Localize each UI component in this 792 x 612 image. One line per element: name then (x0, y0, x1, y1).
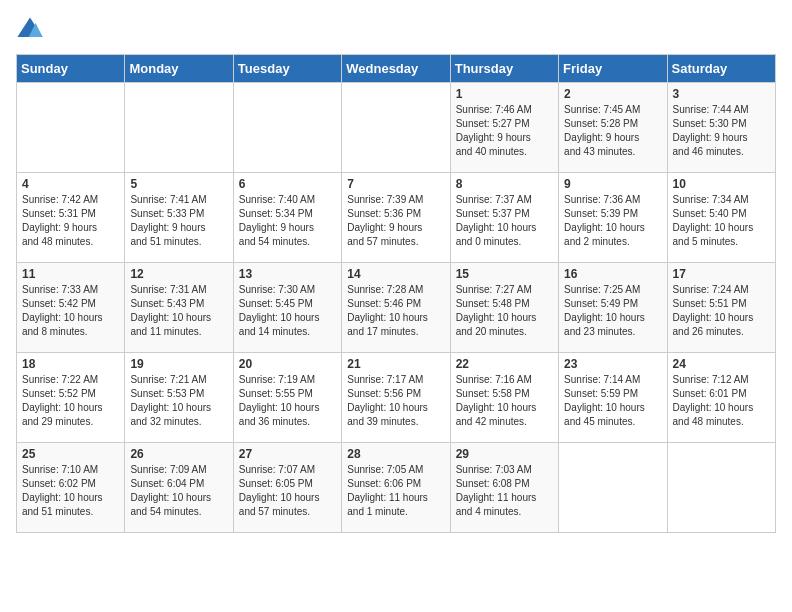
calendar-cell: 25Sunrise: 7:10 AM Sunset: 6:02 PM Dayli… (17, 443, 125, 533)
day-number: 29 (456, 447, 553, 461)
week-row-2: 4Sunrise: 7:42 AM Sunset: 5:31 PM Daylig… (17, 173, 776, 263)
calendar-cell: 17Sunrise: 7:24 AM Sunset: 5:51 PM Dayli… (667, 263, 775, 353)
calendar-cell: 4Sunrise: 7:42 AM Sunset: 5:31 PM Daylig… (17, 173, 125, 263)
column-header-saturday: Saturday (667, 55, 775, 83)
day-number: 10 (673, 177, 770, 191)
week-row-4: 18Sunrise: 7:22 AM Sunset: 5:52 PM Dayli… (17, 353, 776, 443)
day-number: 6 (239, 177, 336, 191)
day-number: 25 (22, 447, 119, 461)
calendar-cell: 10Sunrise: 7:34 AM Sunset: 5:40 PM Dayli… (667, 173, 775, 263)
calendar-cell: 21Sunrise: 7:17 AM Sunset: 5:56 PM Dayli… (342, 353, 450, 443)
day-info: Sunrise: 7:39 AM Sunset: 5:36 PM Dayligh… (347, 193, 444, 249)
week-row-1: 1Sunrise: 7:46 AM Sunset: 5:27 PM Daylig… (17, 83, 776, 173)
calendar-table: SundayMondayTuesdayWednesdayThursdayFrid… (16, 54, 776, 533)
calendar-cell: 13Sunrise: 7:30 AM Sunset: 5:45 PM Dayli… (233, 263, 341, 353)
day-info: Sunrise: 7:41 AM Sunset: 5:33 PM Dayligh… (130, 193, 227, 249)
calendar-cell: 3Sunrise: 7:44 AM Sunset: 5:30 PM Daylig… (667, 83, 775, 173)
day-number: 12 (130, 267, 227, 281)
day-info: Sunrise: 7:45 AM Sunset: 5:28 PM Dayligh… (564, 103, 661, 159)
day-number: 7 (347, 177, 444, 191)
day-info: Sunrise: 7:03 AM Sunset: 6:08 PM Dayligh… (456, 463, 553, 519)
day-number: 28 (347, 447, 444, 461)
day-info: Sunrise: 7:37 AM Sunset: 5:37 PM Dayligh… (456, 193, 553, 249)
week-row-3: 11Sunrise: 7:33 AM Sunset: 5:42 PM Dayli… (17, 263, 776, 353)
day-info: Sunrise: 7:24 AM Sunset: 5:51 PM Dayligh… (673, 283, 770, 339)
column-header-monday: Monday (125, 55, 233, 83)
day-number: 9 (564, 177, 661, 191)
day-info: Sunrise: 7:22 AM Sunset: 5:52 PM Dayligh… (22, 373, 119, 429)
day-number: 1 (456, 87, 553, 101)
day-info: Sunrise: 7:31 AM Sunset: 5:43 PM Dayligh… (130, 283, 227, 339)
day-info: Sunrise: 7:33 AM Sunset: 5:42 PM Dayligh… (22, 283, 119, 339)
week-row-5: 25Sunrise: 7:10 AM Sunset: 6:02 PM Dayli… (17, 443, 776, 533)
calendar-cell: 20Sunrise: 7:19 AM Sunset: 5:55 PM Dayli… (233, 353, 341, 443)
calendar-cell: 11Sunrise: 7:33 AM Sunset: 5:42 PM Dayli… (17, 263, 125, 353)
calendar-cell: 28Sunrise: 7:05 AM Sunset: 6:06 PM Dayli… (342, 443, 450, 533)
day-number: 21 (347, 357, 444, 371)
day-number: 3 (673, 87, 770, 101)
day-info: Sunrise: 7:25 AM Sunset: 5:49 PM Dayligh… (564, 283, 661, 339)
day-info: Sunrise: 7:46 AM Sunset: 5:27 PM Dayligh… (456, 103, 553, 159)
calendar-cell (125, 83, 233, 173)
day-number: 24 (673, 357, 770, 371)
calendar-cell (233, 83, 341, 173)
day-number: 18 (22, 357, 119, 371)
day-number: 23 (564, 357, 661, 371)
day-number: 16 (564, 267, 661, 281)
day-info: Sunrise: 7:19 AM Sunset: 5:55 PM Dayligh… (239, 373, 336, 429)
calendar-cell: 9Sunrise: 7:36 AM Sunset: 5:39 PM Daylig… (559, 173, 667, 263)
calendar-cell: 27Sunrise: 7:07 AM Sunset: 6:05 PM Dayli… (233, 443, 341, 533)
day-number: 8 (456, 177, 553, 191)
calendar-cell: 6Sunrise: 7:40 AM Sunset: 5:34 PM Daylig… (233, 173, 341, 263)
day-number: 2 (564, 87, 661, 101)
calendar-cell (342, 83, 450, 173)
calendar-cell (667, 443, 775, 533)
day-number: 5 (130, 177, 227, 191)
calendar-cell: 15Sunrise: 7:27 AM Sunset: 5:48 PM Dayli… (450, 263, 558, 353)
calendar-cell: 19Sunrise: 7:21 AM Sunset: 5:53 PM Dayli… (125, 353, 233, 443)
day-number: 17 (673, 267, 770, 281)
day-number: 26 (130, 447, 227, 461)
calendar-cell: 26Sunrise: 7:09 AM Sunset: 6:04 PM Dayli… (125, 443, 233, 533)
day-info: Sunrise: 7:42 AM Sunset: 5:31 PM Dayligh… (22, 193, 119, 249)
column-header-tuesday: Tuesday (233, 55, 341, 83)
calendar-cell: 8Sunrise: 7:37 AM Sunset: 5:37 PM Daylig… (450, 173, 558, 263)
day-info: Sunrise: 7:27 AM Sunset: 5:48 PM Dayligh… (456, 283, 553, 339)
day-info: Sunrise: 7:16 AM Sunset: 5:58 PM Dayligh… (456, 373, 553, 429)
calendar-cell (17, 83, 125, 173)
day-number: 20 (239, 357, 336, 371)
column-header-wednesday: Wednesday (342, 55, 450, 83)
page-header (16, 16, 776, 44)
calendar-cell: 29Sunrise: 7:03 AM Sunset: 6:08 PM Dayli… (450, 443, 558, 533)
calendar-cell: 1Sunrise: 7:46 AM Sunset: 5:27 PM Daylig… (450, 83, 558, 173)
day-info: Sunrise: 7:34 AM Sunset: 5:40 PM Dayligh… (673, 193, 770, 249)
day-info: Sunrise: 7:12 AM Sunset: 6:01 PM Dayligh… (673, 373, 770, 429)
day-info: Sunrise: 7:44 AM Sunset: 5:30 PM Dayligh… (673, 103, 770, 159)
day-number: 27 (239, 447, 336, 461)
column-header-friday: Friday (559, 55, 667, 83)
calendar-cell: 22Sunrise: 7:16 AM Sunset: 5:58 PM Dayli… (450, 353, 558, 443)
calendar-cell: 7Sunrise: 7:39 AM Sunset: 5:36 PM Daylig… (342, 173, 450, 263)
header-row: SundayMondayTuesdayWednesdayThursdayFrid… (17, 55, 776, 83)
calendar-cell (559, 443, 667, 533)
calendar-cell: 14Sunrise: 7:28 AM Sunset: 5:46 PM Dayli… (342, 263, 450, 353)
day-info: Sunrise: 7:10 AM Sunset: 6:02 PM Dayligh… (22, 463, 119, 519)
day-info: Sunrise: 7:36 AM Sunset: 5:39 PM Dayligh… (564, 193, 661, 249)
day-info: Sunrise: 7:17 AM Sunset: 5:56 PM Dayligh… (347, 373, 444, 429)
column-header-sunday: Sunday (17, 55, 125, 83)
day-info: Sunrise: 7:40 AM Sunset: 5:34 PM Dayligh… (239, 193, 336, 249)
logo-icon (16, 16, 44, 44)
calendar-cell: 12Sunrise: 7:31 AM Sunset: 5:43 PM Dayli… (125, 263, 233, 353)
calendar-cell: 16Sunrise: 7:25 AM Sunset: 5:49 PM Dayli… (559, 263, 667, 353)
day-info: Sunrise: 7:09 AM Sunset: 6:04 PM Dayligh… (130, 463, 227, 519)
calendar-cell: 23Sunrise: 7:14 AM Sunset: 5:59 PM Dayli… (559, 353, 667, 443)
day-info: Sunrise: 7:07 AM Sunset: 6:05 PM Dayligh… (239, 463, 336, 519)
logo (16, 16, 48, 44)
day-number: 13 (239, 267, 336, 281)
calendar-cell: 24Sunrise: 7:12 AM Sunset: 6:01 PM Dayli… (667, 353, 775, 443)
day-number: 19 (130, 357, 227, 371)
day-number: 15 (456, 267, 553, 281)
calendar-cell: 2Sunrise: 7:45 AM Sunset: 5:28 PM Daylig… (559, 83, 667, 173)
day-info: Sunrise: 7:28 AM Sunset: 5:46 PM Dayligh… (347, 283, 444, 339)
day-number: 22 (456, 357, 553, 371)
